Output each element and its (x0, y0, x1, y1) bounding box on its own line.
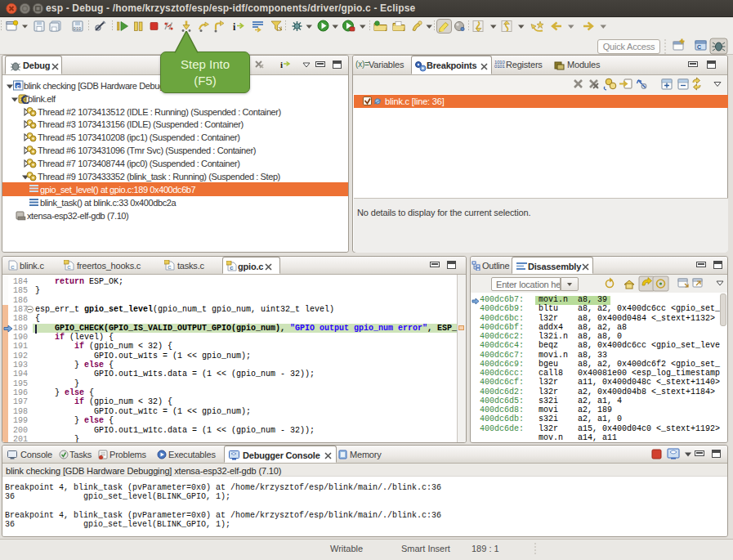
svg-text:i: i (280, 60, 283, 69)
svg-text:c: c (67, 263, 71, 271)
svg-text:010: 010 (74, 26, 82, 32)
svg-text:c: c (16, 83, 20, 90)
svg-text:c: c (168, 263, 172, 271)
svg-text:C: C (697, 44, 701, 50)
svg-text:c: c (230, 264, 234, 271)
svg-text:c: c (11, 263, 15, 271)
svg-text:i: i (233, 21, 236, 33)
